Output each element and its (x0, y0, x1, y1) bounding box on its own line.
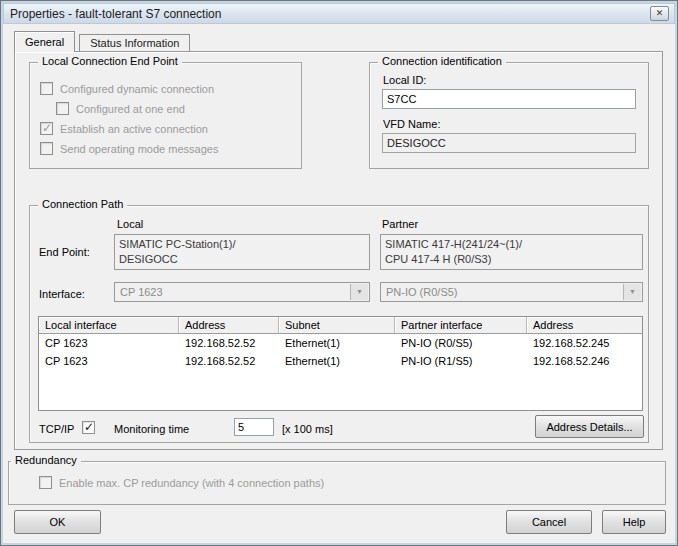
row-send-operating-mode-messages: Send operating mode messages (40, 142, 301, 155)
monitoring-time-input[interactable] (234, 418, 274, 436)
interface-partner-value: PN-IO (R0/S5) (386, 286, 458, 298)
ok-button[interactable]: OK (14, 510, 101, 534)
cell-local-interface: CP 1623 (39, 334, 179, 352)
end-point-local-value: SIMATIC PC-Station(1)/ DESIGOCC (114, 234, 370, 270)
configured-at-one-end-checkbox (56, 102, 69, 115)
dialog-window: Properties - fault-tolerant S7 connectio… (0, 0, 678, 546)
tcpip-checkbox[interactable] (82, 421, 95, 434)
local-end-point-body: Configured dynamic connection Configured… (30, 63, 301, 155)
cell-subnet: Ethernet(1) (279, 352, 395, 370)
column-header-partner-interface[interactable]: Partner interface (395, 317, 527, 334)
help-button[interactable]: Help (602, 510, 666, 534)
dialog-client: General Status Information Local Connect… (3, 24, 675, 543)
cell-partner-interface: PN-IO (R0/S5) (395, 334, 527, 352)
row-configured-at-one-end: Configured at one end (56, 102, 301, 115)
table-row[interactable]: CP 1623 192.168.52.52 Ethernet(1) PN-IO … (39, 334, 642, 352)
tab-status-information[interactable]: Status Information (79, 34, 190, 51)
cell-address-2: 192.168.52.245 (527, 334, 642, 352)
enable-cp-redundancy-checkbox (39, 476, 52, 489)
table-row[interactable]: CP 1623 192.168.52.52 Ethernet(1) PN-IO … (39, 352, 642, 370)
interface-local-value: CP 1623 (120, 286, 163, 298)
interface-partner-dropdown: PN-IO (R0/S5) ▼ (380, 282, 643, 302)
row-enable-cp-redundancy: Enable max. CP redundancy (with 4 connec… (39, 476, 665, 489)
cell-subnet: Ethernet(1) (279, 334, 395, 352)
cancel-button[interactable]: Cancel (506, 510, 592, 534)
local-end-point-title: Local Connection End Point (38, 55, 182, 67)
establish-active-connection-label: Establish an active connection (60, 123, 208, 135)
vfd-name-input (382, 133, 636, 153)
column-header-address[interactable]: Address (179, 317, 279, 334)
close-icon: ✕ (656, 8, 664, 18)
tab-strip: General Status Information (14, 31, 190, 52)
cell-local-interface: CP 1623 (39, 352, 179, 370)
local-id-label: Local ID: (383, 74, 636, 86)
connection-identification-title: Connection identification (378, 55, 506, 67)
connection-table: Local interface Address Subnet Partner i… (38, 316, 643, 411)
connection-path-title: Connection Path (38, 198, 127, 210)
establish-active-connection-checkbox (40, 122, 53, 135)
interface-local-dropdown: CP 1623 ▼ (114, 282, 370, 302)
monitoring-time-unit: [x 100 ms] (282, 423, 333, 435)
configured-dynamic-connection-label: Configured dynamic connection (60, 83, 214, 95)
column-header-local-interface[interactable]: Local interface (39, 317, 179, 334)
configured-dynamic-connection-checkbox (40, 82, 53, 95)
group-connection-identification: Connection identification Local ID: VFD … (369, 62, 649, 169)
tab-general[interactable]: General (14, 31, 75, 52)
local-column-header: Local (117, 218, 143, 230)
partner-column-header: Partner (382, 218, 418, 230)
cell-partner-interface: PN-IO (R1/S5) (395, 352, 527, 370)
configured-at-one-end-label: Configured at one end (76, 103, 185, 115)
cell-address-2: 192.168.52.246 (527, 352, 642, 370)
connection-identification-body: Local ID: VFD Name: (370, 63, 648, 153)
end-point-label: End Point: (39, 246, 90, 258)
end-point-partner-value: SIMATIC 417-H(241/24~(1)/ CPU 417-4 H (R… (380, 234, 643, 270)
monitoring-time-label: Monitoring time (114, 423, 189, 435)
send-operating-mode-messages-checkbox (40, 142, 53, 155)
connection-table-header: Local interface Address Subnet Partner i… (39, 317, 642, 334)
redundancy-title: Redundancy (11, 454, 81, 466)
column-header-address-2[interactable]: Address (527, 317, 642, 334)
send-operating-mode-messages-label: Send operating mode messages (60, 143, 218, 155)
window-title: Properties - fault-tolerant S7 connectio… (4, 7, 221, 21)
group-redundancy: Redundancy Enable max. CP redundancy (wi… (8, 461, 666, 505)
address-details-button[interactable]: Address Details... (535, 415, 644, 438)
row-configured-dynamic-connection: Configured dynamic connection (40, 82, 301, 95)
titlebar[interactable]: Properties - fault-tolerant S7 connectio… (3, 3, 675, 24)
close-button[interactable]: ✕ (650, 6, 669, 21)
enable-cp-redundancy-label: Enable max. CP redundancy (with 4 connec… (59, 477, 324, 489)
dropdown-arrow-icon: ▼ (350, 284, 368, 300)
tcpip-label: TCP/IP (39, 423, 74, 435)
local-id-input[interactable] (382, 89, 636, 109)
group-connection-path: Connection Path Local Partner End Point:… (29, 205, 649, 443)
cell-address: 192.168.52.52 (179, 352, 279, 370)
dropdown-arrow-icon: ▼ (623, 284, 641, 300)
cell-address: 192.168.52.52 (179, 334, 279, 352)
vfd-name-label: VFD Name: (383, 118, 636, 130)
interface-label: Interface: (39, 288, 85, 300)
group-local-connection-end-point: Local Connection End Point Configured dy… (29, 62, 302, 169)
row-establish-active-connection: Establish an active connection (40, 122, 301, 135)
column-header-subnet[interactable]: Subnet (279, 317, 395, 334)
tab-panel-general: Local Connection End Point Configured dy… (14, 51, 663, 450)
